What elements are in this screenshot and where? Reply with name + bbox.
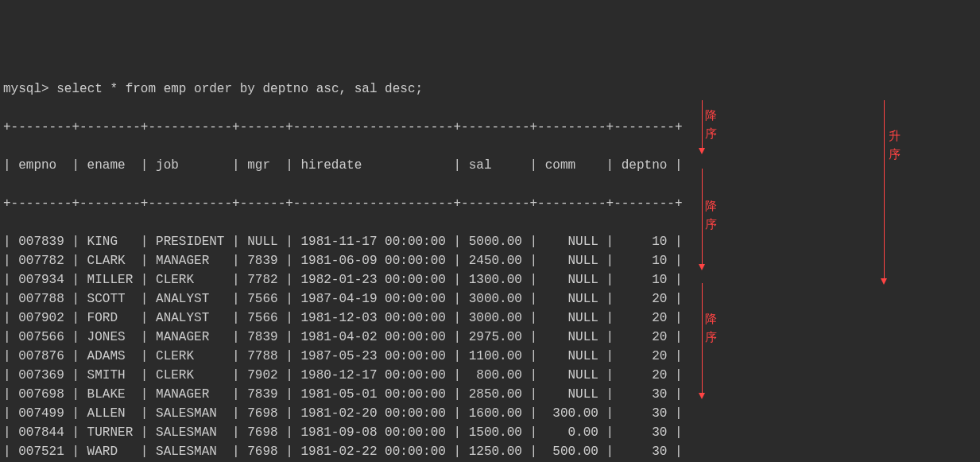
- table-body: | 007839 | KING | PRESIDENT | NULL | 198…: [3, 232, 977, 462]
- table-row: | 007566 | JONES | MANAGER | 7839 | 1981…: [3, 328, 977, 347]
- table-row: | 007521 | WARD | SALESMAN | 7698 | 1981…: [3, 442, 977, 461]
- table-row: | 007499 | ALLEN | SALESMAN | 7698 | 198…: [3, 404, 977, 423]
- table-border-top: +--------+--------+-----------+------+--…: [3, 118, 977, 137]
- arrowhead-desc-1: [699, 148, 705, 154]
- table-row: | 007934 | MILLER | CLERK | 7782 | 1982-…: [3, 270, 977, 289]
- table-row: | 007902 | FORD | ANALYST | 7566 | 1981-…: [3, 309, 977, 328]
- table-row: | 007782 | CLARK | MANAGER | 7839 | 1981…: [3, 251, 977, 270]
- table-row: | 007369 | SMITH | CLERK | 7902 | 1980-1…: [3, 366, 977, 385]
- table-row: | 007876 | ADAMS | CLERK | 7788 | 1987-0…: [3, 347, 977, 366]
- query-line: mysql> select * from emp order by deptno…: [3, 80, 977, 99]
- sql-query: select * from emp order by deptno asc, s…: [56, 82, 423, 96]
- table-row: | 007788 | SCOTT | ANALYST | 7566 | 1987…: [3, 289, 977, 309]
- table-row: | 007844 | TURNER | SALESMAN | 7698 | 19…: [3, 423, 977, 442]
- table-row: | 007698 | BLAKE | MANAGER | 7839 | 1981…: [3, 385, 977, 404]
- mysql-prompt: mysql>: [3, 82, 56, 96]
- table-border-mid: +--------+--------+-----------+------+--…: [3, 194, 977, 213]
- table-row: | 007839 | KING | PRESIDENT | NULL | 198…: [3, 232, 977, 251]
- table-header: | empno | ename | job | mgr | hiredate |…: [3, 156, 977, 175]
